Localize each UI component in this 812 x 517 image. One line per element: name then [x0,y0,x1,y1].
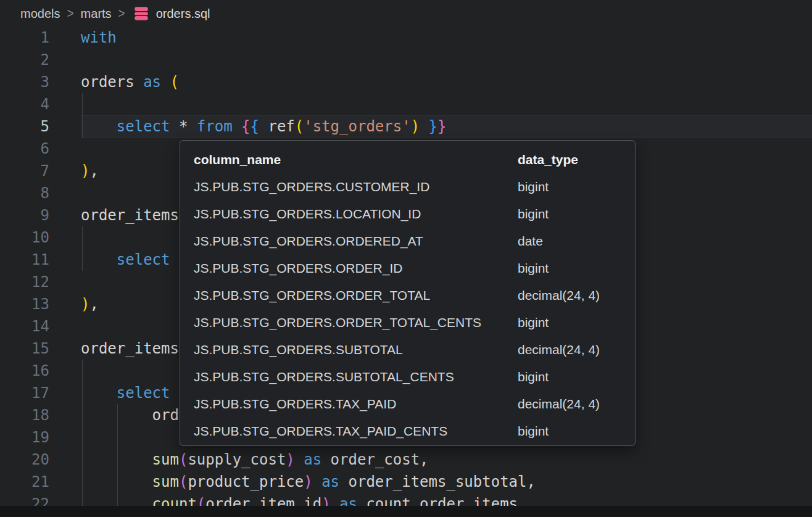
code-token: , [89,296,98,313]
line-number: 15 [0,337,49,360]
code-token [81,473,152,490]
line-number: 20 [0,449,49,471]
bottom-panel-edge [0,506,812,517]
code-token: orders [81,73,143,91]
line-number: 19 [0,426,49,449]
popup-row: JS.PUB.STG_ORDERS.ORDERED_ATdate [180,228,635,255]
code-line[interactable]: 4 [0,93,812,115]
line-number: 1 [0,27,49,49]
code-token [81,118,117,135]
indent-guide [82,93,83,115]
code-token: sum [152,473,179,490]
indent-guide [82,360,83,382]
line-number: 6 [0,138,49,160]
code-token: supply_cost [188,451,286,468]
indent-guide [82,226,83,249]
data-type-cell: date [518,228,630,255]
data-type-cell: decimal(24, 4) [518,336,630,363]
data-type-cell: bigint [518,418,630,445]
column-name-cell: JS.PUB.STG_ORDERS.TAX_PAID_CENTS [194,418,516,445]
code-text: order_items [81,337,179,360]
line-number: 17 [0,382,49,404]
code-token [161,73,170,91]
chevron-right-icon: > [67,6,73,21]
popup-row: JS.PUB.STG_ORDERS.ORDER_TOTAL_CENTSbigin… [180,309,635,336]
code-token [81,251,117,268]
line-number: 8 [0,182,49,204]
code-token [81,384,117,402]
code-text: select [81,382,170,404]
column-name-cell: JS.PUB.STG_ORDERS.ORDER_TOTAL_CENTS [194,309,516,336]
line-number: 9 [0,204,49,226]
line-number: 14 [0,315,49,337]
code-text: orders as ( [81,71,179,93]
code-line[interactable]: 5 select * from {{ ref('stg_orders') }} [0,115,812,138]
code-token: ) [304,473,312,490]
code-token: ( [170,73,179,91]
code-token: ord [81,407,179,424]
code-line[interactable]: 3orders as ( [0,71,812,93]
code-line[interactable]: 2 [0,49,812,71]
column-name-cell: JS.PUB.STG_ORDERS.SUBTOTAL_CENTS [194,363,516,391]
code-token: ) [286,451,294,468]
breadcrumb-file-name[interactable]: orders.sql [156,7,210,21]
data-type-cell: bigint [518,201,630,228]
code-token [313,473,321,490]
popup-row: JS.PUB.STG_ORDERS.TAX_PAID_CENTSbigint [180,418,635,445]
popup-row: JS.PUB.STG_ORDERS.CUSTOMER_IDbigint [180,173,635,201]
line-number: 11 [0,249,49,271]
indent-guide [82,426,83,449]
popup-row: JS.PUB.STG_ORDERS.ORDER_TOTALdecimal(24,… [180,282,635,309]
code-token: , [89,162,98,180]
code-text: select * from {{ ref('stg_orders') }} [81,115,446,138]
popup-row: JS.PUB.STG_ORDERS.ORDER_IDbigint [180,255,635,282]
code-text: select [81,249,170,271]
code-token: select [117,251,170,268]
code-line[interactable]: 20 sum(supply_cost) as order_cost, [0,449,812,471]
breadcrumb-item-models[interactable]: models [20,7,60,21]
code-token: as [304,451,321,468]
data-type-cell: decimal(24, 4) [518,391,630,418]
code-token: select [117,118,170,135]
code-token: ) [81,162,89,180]
code-token: ) [411,118,420,135]
line-number: 4 [0,93,49,115]
popup-row: JS.PUB.STG_ORDERS.SUBTOTAL_CENTSbigint [180,363,635,391]
data-type-cell: bigint [518,173,630,201]
code-token: order_items [81,207,179,224]
code-token: order_cost, [321,451,428,468]
code-token: { [251,118,259,135]
code-line[interactable]: 1with [0,27,812,49]
code-token: order_items [81,340,179,357]
line-number: 10 [0,226,49,249]
hover-popup: column_namedata_typeJS.PUB.STG_ORDERS.CU… [180,140,636,446]
code-token [295,451,304,468]
breadcrumb: models > marts > orders.sql [20,0,210,27]
code-token: order_items_subtotal, [339,473,536,490]
line-number: 5 [0,115,49,138]
breadcrumb-item-marts[interactable]: marts [81,7,112,21]
code-line[interactable]: 21 sum(product_price) as order_items_sub… [0,471,812,493]
code-token: ( [295,118,304,135]
code-token: select [117,384,170,402]
code-token: sum [152,451,179,468]
code-token: ( [179,473,188,490]
line-number: 3 [0,71,49,93]
chevron-right-icon: > [118,6,125,21]
code-text: with [81,27,117,49]
data-type-cell: bigint [518,363,630,391]
column-name-cell: JS.PUB.STG_ORDERS.TAX_PAID [194,391,516,418]
code-text: ord [81,404,179,426]
indent-guide [117,426,118,449]
code-token: { [241,118,250,135]
code-token: as [143,73,161,91]
popup-row: JS.PUB.STG_ORDERS.TAX_PAIDdecimal(24, 4) [180,391,635,418]
code-token: as [321,473,339,490]
popup-header-data-type: data_type [518,146,630,173]
column-name-cell: JS.PUB.STG_ORDERS.ORDERED_AT [194,228,516,255]
line-number: 12 [0,271,49,293]
data-type-cell: decimal(24, 4) [518,282,630,309]
database-icon [133,6,149,22]
code-token: 'stg_orders' [304,118,410,135]
code-token: ( [179,451,188,468]
